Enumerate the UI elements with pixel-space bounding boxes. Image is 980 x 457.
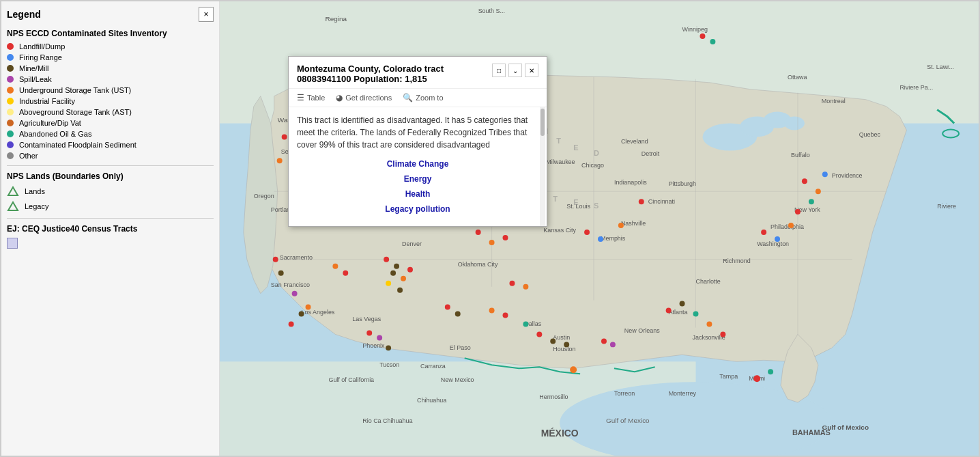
popup-expand-button[interactable]: □ (492, 64, 506, 77)
svg-text:Torreon: Torreon (614, 390, 635, 397)
svg-text:Riviere Pa...: Riviere Pa... (899, 84, 933, 91)
svg-text:St. Lawr...: St. Lawr... (927, 64, 954, 70)
popup-title: Montezuma County, Colorado tract 0808394… (297, 64, 492, 84)
svg-text:Denver: Denver (402, 240, 422, 247)
svg-text:MÉXICO: MÉXICO (541, 428, 579, 439)
svg-text:Chihuahua: Chihuahua (417, 397, 446, 404)
legend-item: Contaminated Floodplain Sediment (7, 141, 214, 149)
svg-point-150 (700, 33, 705, 39)
svg-point-119 (509, 281, 515, 286)
svg-point-106 (386, 281, 391, 286)
svg-text:Phoenix: Phoenix (362, 342, 385, 349)
popup-close-button[interactable]: ✕ (525, 64, 538, 77)
svg-text:San Francisco: San Francisco (271, 281, 310, 288)
legend-item: Firing Range (7, 53, 214, 61)
svg-text:Indianapolis: Indianapolis (614, 179, 647, 186)
svg-text:Regina: Regina (325, 15, 347, 23)
popup-category-item: Energy (297, 174, 538, 184)
popup-category-item: Legacy pollution (297, 204, 538, 214)
legend-dot-icon (7, 76, 14, 83)
svg-text:St. Louis: St. Louis (566, 203, 590, 210)
directions-label: Get directions (345, 94, 392, 102)
map-area[interactable]: Seattle Portland Sacramento San Francisc… (220, 1, 979, 456)
legend-item-label: Aboveground Storage Tank (AST) (19, 108, 132, 116)
svg-point-127 (788, 223, 794, 228)
svg-text:Rio Ca Chihuahua: Rio Ca Chihuahua (362, 417, 412, 424)
svg-text:Gulf of Mexico: Gulf of Mexico (606, 417, 650, 424)
legend-close-button[interactable]: × (199, 7, 214, 22)
svg-point-115 (523, 322, 528, 327)
zoom-label: Zoom to (416, 94, 443, 102)
svg-point-136 (706, 322, 712, 327)
svg-point-102 (394, 264, 399, 269)
svg-text:Atlanta: Atlanta (669, 309, 688, 316)
svg-text:Jacksonville: Jacksonville (693, 334, 725, 341)
directions-button[interactable]: ◕ Get directions (336, 93, 392, 102)
legend-dot-icon (7, 65, 14, 72)
svg-text:Gulf of California: Gulf of California (328, 376, 374, 383)
svg-point-143 (332, 264, 338, 269)
svg-point-129 (809, 199, 814, 204)
popup-category-item: Climate Change (297, 159, 538, 169)
svg-text:Tucson: Tucson (379, 361, 399, 368)
svg-text:Houston: Houston (553, 346, 575, 352)
svg-point-98 (306, 305, 311, 310)
svg-text:Ottawa: Ottawa (788, 74, 807, 81)
chevron-down-icon: ⌄ (513, 67, 518, 74)
legend-item: Landfill/Dump (7, 42, 214, 51)
svg-point-122 (598, 236, 603, 242)
svg-point-96 (278, 271, 284, 276)
svg-text:E: E (573, 198, 578, 206)
legend-dot-icon (7, 43, 14, 50)
legend-header: Legend × (7, 7, 214, 22)
popup-category-item: Health (297, 189, 538, 199)
divider2 (7, 218, 214, 219)
legend-item-label: Contaminated Floodplain Sediment (19, 141, 136, 149)
svg-point-117 (550, 338, 556, 344)
table-button[interactable]: ☰ Table (297, 93, 325, 102)
legacy-label: Legacy (25, 202, 48, 210)
svg-text:Las Vegas: Las Vegas (352, 316, 381, 322)
svg-text:Monterrey: Monterrey (669, 390, 697, 397)
svg-text:Kansas City: Kansas City (543, 227, 576, 234)
svg-point-148 (753, 375, 760, 382)
svg-text:South S...: South S... (478, 8, 505, 14)
svg-text:E: E (573, 143, 578, 152)
legend-item-label: Abandoned Oil & Gas (19, 130, 91, 138)
popup-header: Montezuma County, Colorado tract 0808394… (289, 57, 547, 89)
close-icon: ✕ (529, 67, 534, 74)
svg-text:Detroit: Detroit (642, 150, 660, 157)
popup-collapse-button[interactable]: ⌄ (508, 64, 522, 77)
svg-point-121 (584, 230, 590, 235)
popup-scrollbar[interactable] (540, 107, 545, 226)
svg-point-116 (536, 331, 542, 337)
legend-item: Agriculture/Dip Vat (7, 119, 214, 127)
svg-text:Chicago: Chicago (581, 162, 604, 169)
svg-marker-0 (8, 187, 18, 195)
svg-point-104 (401, 276, 406, 281)
legend-item-legacy: Legacy (7, 200, 214, 212)
popup-controls: □ ⌄ ✕ (492, 64, 538, 77)
svg-text:El Paso: El Paso (450, 344, 471, 351)
svg-point-108 (366, 330, 372, 335)
svg-point-135 (693, 311, 699, 317)
legend-item-label: Other (19, 152, 38, 160)
zoom-button[interactable]: 🔍 Zoom to (403, 93, 443, 102)
zoom-icon: 🔍 (403, 93, 413, 102)
svg-point-138 (476, 230, 481, 235)
legend-item-label: Industrial Facility (19, 97, 75, 105)
census-tract-icon (7, 238, 18, 249)
svg-point-109 (377, 335, 382, 340)
expand-icon: □ (497, 67, 501, 74)
svg-point-125 (761, 230, 766, 235)
svg-text:Providence: Providence (832, 172, 863, 179)
svg-text:New Orleans: New Orleans (624, 327, 660, 334)
lands-icon (7, 185, 19, 197)
svg-point-9 (784, 117, 805, 130)
popup-toolbar: ☰ Table ◕ Get directions 🔍 Zoom to (289, 89, 547, 107)
svg-point-126 (775, 236, 780, 242)
svg-text:Nashville: Nashville (621, 220, 646, 227)
legend-title: Legend (7, 9, 41, 20)
table-label: Table (307, 94, 325, 102)
svg-point-124 (639, 199, 644, 204)
